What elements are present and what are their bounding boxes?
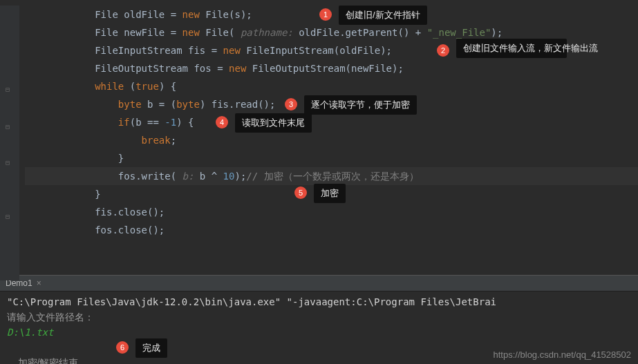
code-line[interactable]: fos.close(); — [25, 221, 638, 239]
code-line[interactable]: byte b = (byte) fis.read(); 3 逐个读取字节，便于加… — [25, 95, 638, 113]
code-line[interactable]: fis.close(); — [25, 203, 638, 221]
code-line[interactable]: } — [25, 149, 638, 167]
code-line[interactable]: if(b == -1) { 4 读取到文件末尾 — [25, 113, 638, 131]
watermark: https://blog.csdn.net/qq_41528502 — [494, 349, 632, 360]
annotation-tooltip-2: 创建旧文件输入流，新文件输出流 — [456, 39, 567, 58]
console-tab-bar: Demo1 × — [0, 275, 638, 291]
annotation-badge-4: 4 — [216, 116, 228, 128]
console-line-prompt: 请输入文件路径名： — [7, 309, 631, 325]
annotation-badge-2: 2 — [437, 44, 449, 57]
code-line[interactable]: } 5 加密 — [25, 185, 638, 203]
annotation-badge-1: 1 — [319, 8, 332, 21]
editor-gutter: ⊟ ⊟ ⊟ ⊟ — [0, 6, 19, 280]
fold-icon[interactable]: ⊟ — [6, 159, 10, 166]
fold-icon[interactable]: ⊟ — [6, 213, 10, 220]
code-line[interactable]: FileInputStream fis = new FileInputStrea… — [25, 41, 638, 59]
code-line[interactable]: while (true) { — [25, 77, 638, 95]
annotation-badge-6: 6 — [116, 341, 129, 354]
annotation-tooltip-5: 加密 — [314, 184, 346, 203]
fold-icon[interactable]: ⊟ — [6, 86, 10, 93]
code-line[interactable]: File oldFile = new File(s); 1 创建旧/新文件指针 — [25, 6, 638, 23]
annotation-tooltip-3: 逐个读取字节，便于加密 — [304, 95, 417, 115]
annotation-tooltip-1: 创建旧/新文件指针 — [339, 6, 427, 25]
code-line[interactable]: fos.write( b: b ^ 10);// 加密（一个数异或两次，还是本身… — [25, 167, 638, 185]
annotation-tooltip-4: 读取到文件末尾 — [235, 113, 312, 133]
code-line[interactable]: break; — [25, 131, 638, 149]
fold-icon[interactable]: ⊟ — [6, 123, 10, 131]
annotation-badge-3: 3 — [285, 98, 297, 111]
annotation-badge-5: 5 — [294, 186, 307, 199]
code-editor[interactable]: ⊟ ⊟ ⊟ ⊟ File oldFile = new File(s); 1 创建… — [0, 0, 638, 275]
close-icon[interactable]: × — [37, 278, 41, 288]
console-line-command: "C:\Program Files\Java\jdk-12.0.2\bin\ja… — [7, 294, 631, 309]
code-area[interactable]: File oldFile = new File(s); 1 创建旧/新文件指针 … — [19, 6, 638, 239]
code-line[interactable]: FileOutputStream fos = new FileOutputStr… — [25, 59, 638, 77]
console-line-input: D:\1.txt — [7, 325, 631, 340]
annotation-tooltip-6: 完成 — [135, 338, 167, 358]
